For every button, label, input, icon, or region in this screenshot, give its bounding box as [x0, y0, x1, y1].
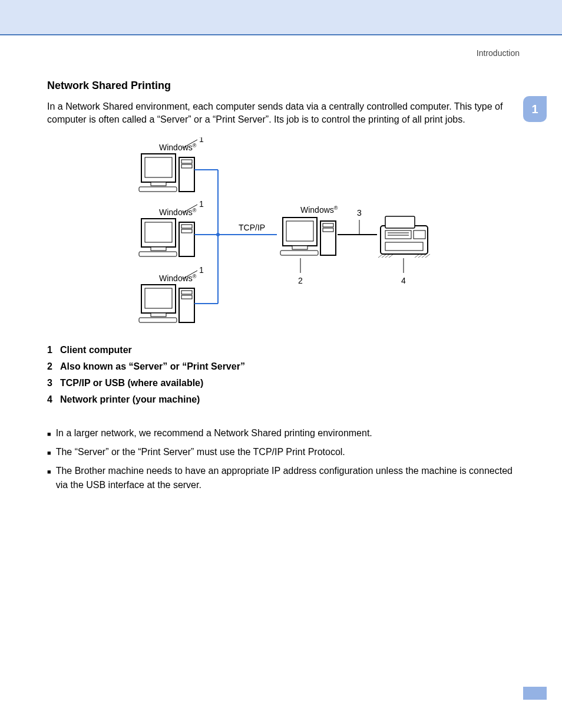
chapter-tab: 1	[523, 96, 547, 122]
intro-paragraph: In a Network Shared environment, each co…	[47, 100, 518, 127]
svg-rect-24	[145, 288, 172, 308]
svg-rect-25	[151, 313, 166, 317]
svg-rect-26	[139, 318, 177, 322]
header-band	[0, 0, 562, 34]
svg-text:Windows®: Windows®	[300, 205, 338, 215]
svg-rect-41	[280, 251, 318, 255]
bullet-item: ■ In a larger network, we recommend a Ne…	[47, 426, 518, 440]
svg-rect-18	[181, 225, 192, 228]
svg-rect-9	[181, 164, 192, 168]
svg-rect-19	[181, 229, 192, 233]
svg-text:1: 1	[199, 137, 204, 144]
legend-item: 1 Client computer	[47, 345, 518, 355]
legend-item: 2 Also known as “Server” or “Print Serve…	[47, 361, 518, 372]
svg-text:1: 1	[199, 265, 204, 275]
svg-text:4: 4	[401, 276, 406, 285]
running-header: Introduction	[477, 48, 520, 58]
svg-text:Windows®: Windows®	[159, 207, 197, 217]
svg-rect-40	[292, 246, 308, 249]
svg-text:TCP/IP: TCP/IP	[239, 223, 265, 232]
header-rule	[0, 34, 562, 35]
svg-rect-44	[323, 228, 333, 232]
svg-rect-52	[385, 230, 411, 239]
legend-item: 4 Network printer (your machine)	[47, 394, 518, 405]
square-bullet-icon: ■	[47, 429, 51, 439]
page-accent-bar	[523, 687, 547, 700]
legend-item: 3 TCP/IP or USB (where available)	[47, 378, 518, 388]
svg-rect-5	[151, 182, 166, 186]
legend-list: 1 Client computer 2 Also known as “Serve…	[47, 345, 518, 405]
bullet-list: ■ In a larger network, we recommend a Ne…	[47, 426, 518, 492]
svg-text:Windows®: Windows®	[159, 143, 197, 152]
svg-text:Windows®: Windows®	[159, 274, 197, 283]
svg-rect-56	[385, 242, 423, 251]
bullet-item: ■ The Brother machine needs to have an a…	[47, 464, 518, 492]
bullet-item: ■ The “Server” or the “Print Server” mus…	[47, 445, 518, 459]
svg-rect-4	[145, 157, 172, 177]
svg-rect-15	[151, 247, 166, 251]
svg-point-35	[216, 233, 220, 236]
svg-rect-8	[181, 160, 192, 163]
svg-rect-55	[414, 230, 425, 239]
square-bullet-icon: ■	[47, 467, 51, 477]
svg-rect-29	[181, 295, 192, 299]
svg-text:1: 1	[199, 199, 204, 209]
svg-rect-28	[181, 291, 192, 294]
svg-rect-39	[286, 221, 313, 241]
svg-rect-43	[323, 223, 333, 227]
svg-text:2: 2	[298, 276, 303, 285]
svg-rect-14	[145, 222, 172, 242]
svg-rect-16	[139, 252, 177, 256]
svg-text:3: 3	[357, 208, 362, 218]
network-diagram: Windows® 1 Windows® 1	[124, 137, 442, 334]
printer-icon	[377, 216, 431, 258]
section-title: Network Shared Printing	[47, 80, 518, 92]
svg-rect-51	[385, 216, 415, 228]
svg-rect-6	[139, 187, 177, 192]
square-bullet-icon: ■	[47, 448, 51, 458]
